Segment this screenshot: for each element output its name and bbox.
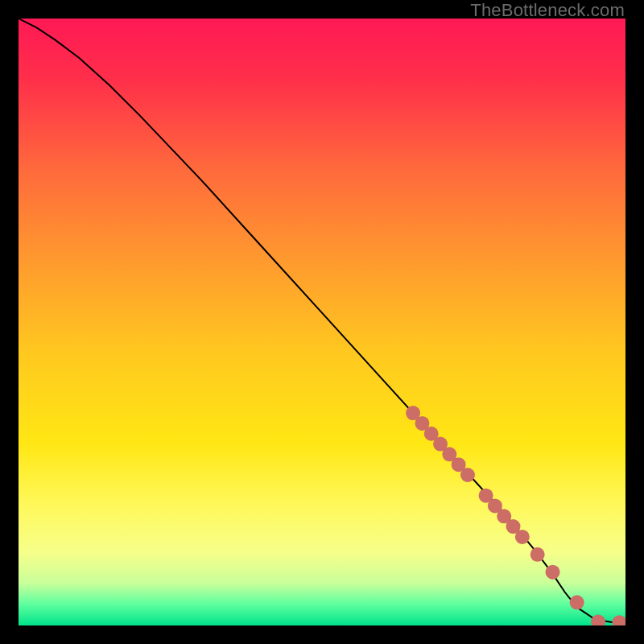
chart-background <box>19 19 625 625</box>
curve-dot <box>546 565 560 580</box>
watermark-text: TheBottleneck.com <box>470 0 625 21</box>
chart-frame <box>19 19 625 625</box>
curve-dot <box>570 595 584 609</box>
bottleneck-chart <box>19 19 625 625</box>
curve-dot <box>460 468 475 482</box>
curve-dot <box>515 530 530 544</box>
curve-dot <box>530 547 545 562</box>
